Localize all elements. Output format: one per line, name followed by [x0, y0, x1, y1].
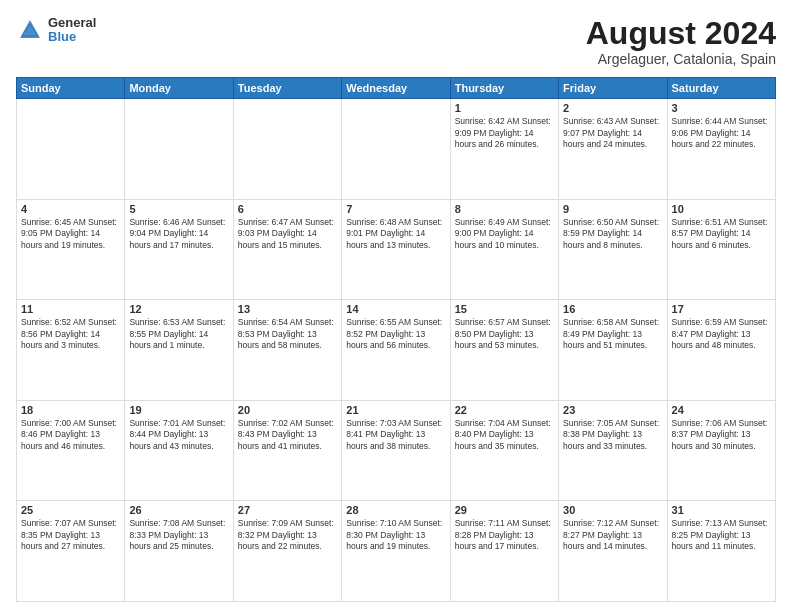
- table-row: 23Sunrise: 7:05 AM Sunset: 8:38 PM Dayli…: [559, 400, 667, 501]
- day-detail: Sunrise: 6:54 AM Sunset: 8:53 PM Dayligh…: [238, 317, 337, 351]
- day-detail: Sunrise: 7:10 AM Sunset: 8:30 PM Dayligh…: [346, 518, 445, 552]
- day-detail: Sunrise: 6:50 AM Sunset: 8:59 PM Dayligh…: [563, 217, 662, 251]
- day-number: 31: [672, 504, 771, 516]
- header: General Blue August 2024 Argelaguer, Cat…: [16, 16, 776, 67]
- calendar-week-row: 25Sunrise: 7:07 AM Sunset: 8:35 PM Dayli…: [17, 501, 776, 602]
- table-row: 18Sunrise: 7:00 AM Sunset: 8:46 PM Dayli…: [17, 400, 125, 501]
- logo-icon: [16, 16, 44, 44]
- day-detail: Sunrise: 7:09 AM Sunset: 8:32 PM Dayligh…: [238, 518, 337, 552]
- day-detail: Sunrise: 7:01 AM Sunset: 8:44 PM Dayligh…: [129, 418, 228, 452]
- table-row: 24Sunrise: 7:06 AM Sunset: 8:37 PM Dayli…: [667, 400, 775, 501]
- table-row: 5Sunrise: 6:46 AM Sunset: 9:04 PM Daylig…: [125, 199, 233, 300]
- table-row: 26Sunrise: 7:08 AM Sunset: 8:33 PM Dayli…: [125, 501, 233, 602]
- day-detail: Sunrise: 7:07 AM Sunset: 8:35 PM Dayligh…: [21, 518, 120, 552]
- svg-marker-0: [20, 20, 40, 38]
- table-row: 22Sunrise: 7:04 AM Sunset: 8:40 PM Dayli…: [450, 400, 558, 501]
- table-row: 19Sunrise: 7:01 AM Sunset: 8:44 PM Dayli…: [125, 400, 233, 501]
- day-number: 24: [672, 404, 771, 416]
- calendar-week-row: 4Sunrise: 6:45 AM Sunset: 9:05 PM Daylig…: [17, 199, 776, 300]
- day-number: 26: [129, 504, 228, 516]
- table-row: 17Sunrise: 6:59 AM Sunset: 8:47 PM Dayli…: [667, 300, 775, 401]
- day-number: 14: [346, 303, 445, 315]
- col-wednesday: Wednesday: [342, 78, 450, 99]
- col-sunday: Sunday: [17, 78, 125, 99]
- table-row: 6Sunrise: 6:47 AM Sunset: 9:03 PM Daylig…: [233, 199, 341, 300]
- day-number: 6: [238, 203, 337, 215]
- day-number: 23: [563, 404, 662, 416]
- calendar-week-row: 18Sunrise: 7:00 AM Sunset: 8:46 PM Dayli…: [17, 400, 776, 501]
- day-detail: Sunrise: 7:00 AM Sunset: 8:46 PM Dayligh…: [21, 418, 120, 452]
- day-detail: Sunrise: 6:53 AM Sunset: 8:55 PM Dayligh…: [129, 317, 228, 351]
- table-row: [17, 99, 125, 200]
- day-detail: Sunrise: 7:13 AM Sunset: 8:25 PM Dayligh…: [672, 518, 771, 552]
- day-number: 1: [455, 102, 554, 114]
- calendar-week-row: 11Sunrise: 6:52 AM Sunset: 8:56 PM Dayli…: [17, 300, 776, 401]
- table-row: 15Sunrise: 6:57 AM Sunset: 8:50 PM Dayli…: [450, 300, 558, 401]
- day-number: 30: [563, 504, 662, 516]
- day-detail: Sunrise: 7:12 AM Sunset: 8:27 PM Dayligh…: [563, 518, 662, 552]
- day-number: 20: [238, 404, 337, 416]
- day-number: 11: [21, 303, 120, 315]
- day-number: 15: [455, 303, 554, 315]
- day-number: 21: [346, 404, 445, 416]
- day-detail: Sunrise: 6:42 AM Sunset: 9:09 PM Dayligh…: [455, 116, 554, 150]
- day-detail: Sunrise: 6:44 AM Sunset: 9:06 PM Dayligh…: [672, 116, 771, 150]
- day-number: 16: [563, 303, 662, 315]
- day-detail: Sunrise: 6:48 AM Sunset: 9:01 PM Dayligh…: [346, 217, 445, 251]
- day-number: 4: [21, 203, 120, 215]
- day-detail: Sunrise: 7:05 AM Sunset: 8:38 PM Dayligh…: [563, 418, 662, 452]
- day-number: 19: [129, 404, 228, 416]
- day-number: 10: [672, 203, 771, 215]
- table-row: 14Sunrise: 6:55 AM Sunset: 8:52 PM Dayli…: [342, 300, 450, 401]
- day-number: 17: [672, 303, 771, 315]
- calendar-week-row: 1Sunrise: 6:42 AM Sunset: 9:09 PM Daylig…: [17, 99, 776, 200]
- day-detail: Sunrise: 7:02 AM Sunset: 8:43 PM Dayligh…: [238, 418, 337, 452]
- day-detail: Sunrise: 6:51 AM Sunset: 8:57 PM Dayligh…: [672, 217, 771, 251]
- day-number: 18: [21, 404, 120, 416]
- logo-general-label: General: [48, 16, 96, 30]
- day-detail: Sunrise: 6:43 AM Sunset: 9:07 PM Dayligh…: [563, 116, 662, 150]
- page: General Blue August 2024 Argelaguer, Cat…: [0, 0, 792, 612]
- day-number: 25: [21, 504, 120, 516]
- table-row: 28Sunrise: 7:10 AM Sunset: 8:30 PM Dayli…: [342, 501, 450, 602]
- calendar-header-row: Sunday Monday Tuesday Wednesday Thursday…: [17, 78, 776, 99]
- day-number: 5: [129, 203, 228, 215]
- table-row: 31Sunrise: 7:13 AM Sunset: 8:25 PM Dayli…: [667, 501, 775, 602]
- table-row: 16Sunrise: 6:58 AM Sunset: 8:49 PM Dayli…: [559, 300, 667, 401]
- day-detail: Sunrise: 6:47 AM Sunset: 9:03 PM Dayligh…: [238, 217, 337, 251]
- table-row: 25Sunrise: 7:07 AM Sunset: 8:35 PM Dayli…: [17, 501, 125, 602]
- col-thursday: Thursday: [450, 78, 558, 99]
- table-row: [233, 99, 341, 200]
- table-row: 3Sunrise: 6:44 AM Sunset: 9:06 PM Daylig…: [667, 99, 775, 200]
- day-detail: Sunrise: 6:46 AM Sunset: 9:04 PM Dayligh…: [129, 217, 228, 251]
- table-row: 8Sunrise: 6:49 AM Sunset: 9:00 PM Daylig…: [450, 199, 558, 300]
- logo-blue-label: Blue: [48, 30, 96, 44]
- day-detail: Sunrise: 6:52 AM Sunset: 8:56 PM Dayligh…: [21, 317, 120, 351]
- table-row: 27Sunrise: 7:09 AM Sunset: 8:32 PM Dayli…: [233, 501, 341, 602]
- day-number: 13: [238, 303, 337, 315]
- table-row: [125, 99, 233, 200]
- day-number: 29: [455, 504, 554, 516]
- page-title: August 2024: [586, 16, 776, 51]
- day-number: 28: [346, 504, 445, 516]
- table-row: 9Sunrise: 6:50 AM Sunset: 8:59 PM Daylig…: [559, 199, 667, 300]
- day-detail: Sunrise: 6:49 AM Sunset: 9:00 PM Dayligh…: [455, 217, 554, 251]
- day-number: 27: [238, 504, 337, 516]
- day-detail: Sunrise: 6:55 AM Sunset: 8:52 PM Dayligh…: [346, 317, 445, 351]
- day-detail: Sunrise: 6:59 AM Sunset: 8:47 PM Dayligh…: [672, 317, 771, 351]
- calendar-table: Sunday Monday Tuesday Wednesday Thursday…: [16, 77, 776, 602]
- day-detail: Sunrise: 7:08 AM Sunset: 8:33 PM Dayligh…: [129, 518, 228, 552]
- table-row: 29Sunrise: 7:11 AM Sunset: 8:28 PM Dayli…: [450, 501, 558, 602]
- day-number: 12: [129, 303, 228, 315]
- day-number: 22: [455, 404, 554, 416]
- day-detail: Sunrise: 7:11 AM Sunset: 8:28 PM Dayligh…: [455, 518, 554, 552]
- page-subtitle: Argelaguer, Catalonia, Spain: [586, 51, 776, 67]
- day-number: 3: [672, 102, 771, 114]
- table-row: 4Sunrise: 6:45 AM Sunset: 9:05 PM Daylig…: [17, 199, 125, 300]
- table-row: [342, 99, 450, 200]
- col-saturday: Saturday: [667, 78, 775, 99]
- day-detail: Sunrise: 6:57 AM Sunset: 8:50 PM Dayligh…: [455, 317, 554, 351]
- table-row: 10Sunrise: 6:51 AM Sunset: 8:57 PM Dayli…: [667, 199, 775, 300]
- table-row: 12Sunrise: 6:53 AM Sunset: 8:55 PM Dayli…: [125, 300, 233, 401]
- col-tuesday: Tuesday: [233, 78, 341, 99]
